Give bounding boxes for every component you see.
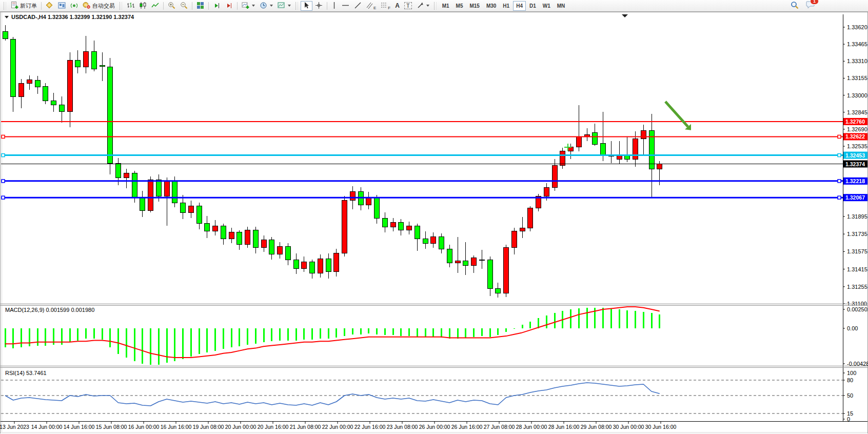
- metaeditor-button[interactable]: [44, 1, 55, 11]
- crosshair-tool-button[interactable]: [313, 1, 325, 11]
- text-tool-button[interactable]: A: [393, 1, 402, 11]
- candlestick-chart-button[interactable]: [137, 1, 149, 11]
- text-tool-icon: A: [395, 2, 400, 9]
- timeframe-w1-button[interactable]: W1: [540, 1, 554, 11]
- line-handle[interactable]: [2, 154, 5, 157]
- line-handle[interactable]: [838, 180, 841, 183]
- line-handle[interactable]: [838, 135, 841, 138]
- timeframe-mn-button[interactable]: MN: [554, 1, 568, 11]
- macd-histogram-bar: [37, 328, 38, 346]
- macd-histogram-bar: [425, 328, 426, 337]
- zoom-out-icon: [180, 2, 188, 10]
- timeframe-m5-button[interactable]: M5: [453, 1, 466, 11]
- zoom-in-icon: [168, 2, 175, 10]
- rsi-axis-label: 50: [847, 392, 853, 399]
- zoom-out-button[interactable]: [178, 1, 190, 11]
- date-tick-label: 14 Jun 16:00: [64, 424, 95, 430]
- candle-body: [374, 198, 380, 219]
- main-toolbar: 新订单 自动交易: [0, 0, 868, 12]
- timeframe-m1-button[interactable]: M1: [439, 1, 452, 11]
- line-handle[interactable]: [838, 196, 841, 199]
- dropdown-arrow-icon: [288, 5, 291, 7]
- line-handle[interactable]: [838, 154, 841, 157]
- chart-shift-icon: [225, 2, 233, 10]
- equidistant-channel-icon: [366, 2, 373, 10]
- macd-label: MACD(12,26,9) 0.001599 0.001980: [5, 307, 94, 313]
- timeframe-h1-button[interactable]: H1: [500, 1, 512, 11]
- candle-body: [520, 228, 525, 231]
- new-order-button[interactable]: 新订单: [9, 1, 39, 11]
- tile-windows-button[interactable]: [194, 1, 206, 11]
- data-window-button[interactable]: [56, 1, 68, 11]
- bar-chart-button[interactable]: [125, 1, 136, 11]
- vertical-line-tool-button[interactable]: [329, 1, 339, 11]
- line-chart-button[interactable]: [149, 1, 161, 11]
- templates-button[interactable]: [275, 1, 293, 11]
- macd-axis-label: 0.00: [847, 325, 858, 331]
- periods-button[interactable]: [258, 1, 275, 11]
- chart-shift-button[interactable]: [223, 1, 235, 11]
- candle-body: [641, 130, 646, 139]
- zoom-in-button[interactable]: [166, 1, 177, 11]
- news-sound-button[interactable]: [68, 1, 80, 11]
- trendline-tool-button[interactable]: [352, 1, 364, 11]
- macd-histogram-bar: [651, 313, 653, 328]
- candle-body: [148, 180, 153, 210]
- candle-body: [601, 144, 606, 156]
- macd-histogram-bar: [255, 328, 257, 344]
- label-tool-icon: T: [404, 2, 412, 9]
- candle-body: [278, 247, 283, 254]
- timeframe-m30-button[interactable]: M30: [483, 1, 499, 11]
- macd-histogram-bar: [271, 328, 272, 341]
- cursor-tool-button[interactable]: [301, 1, 312, 11]
- macd-histogram-bar: [626, 310, 628, 328]
- label-tool-button[interactable]: T: [402, 1, 414, 11]
- macd-histogram-bar: [5, 328, 6, 347]
- toolbar-grip[interactable]: [120, 2, 122, 10]
- date-tick-label: 16 Jun 16:00: [161, 424, 192, 430]
- macd-histogram-bar: [85, 328, 87, 339]
- chart-title: USDCAD-,H4 1.32336 1.32399 1.32190 1.323…: [5, 14, 134, 20]
- date-tick-label: 20 Jun 00:00: [225, 424, 257, 430]
- candle-body: [415, 226, 420, 239]
- macd-histogram-bar: [12, 328, 14, 348]
- toolbar-separator: [41, 2, 42, 10]
- macd-histogram-bar: [77, 328, 78, 341]
- macd-histogram-bar: [384, 328, 386, 335]
- search-button[interactable]: [788, 1, 801, 11]
- arrows-tool-icon: [417, 2, 424, 10]
- price-tick-label: 1.33465: [847, 41, 867, 47]
- timeframe-m15-button[interactable]: M15: [466, 1, 482, 11]
- toolbar-grip[interactable]: [295, 2, 298, 10]
- line-handle[interactable]: [2, 196, 5, 199]
- candle-body: [382, 218, 387, 227]
- timeframe-d1-button[interactable]: D1: [526, 1, 539, 11]
- candlestick-chart-icon: [139, 2, 147, 10]
- arrows-tool-button[interactable]: [415, 1, 431, 11]
- macd-histogram-bar: [150, 328, 151, 365]
- fibonacci-tool-button[interactable]: F: [379, 1, 392, 11]
- candle-body: [108, 67, 113, 163]
- channel-tool-button[interactable]: E: [364, 1, 378, 11]
- autotrading-icon: [83, 2, 91, 10]
- auto-scroll-button[interactable]: [211, 1, 223, 11]
- chart-area[interactable]: USDCAD-,H4 1.32336 1.32399 1.32190 1.323…: [0, 12, 868, 434]
- line-handle[interactable]: [2, 135, 5, 138]
- line-handle[interactable]: [2, 180, 5, 183]
- macd-histogram-bar: [352, 328, 353, 334]
- chat-button[interactable]: 1: [806, 1, 815, 11]
- horizontal-line-tool-button[interactable]: [340, 1, 351, 11]
- indicators-button[interactable]: [240, 1, 257, 11]
- timeframe-h4-button[interactable]: H4: [513, 1, 526, 11]
- macd-histogram-bar: [376, 328, 378, 334]
- macd-histogram-bar: [554, 313, 556, 328]
- macd-histogram-bar: [465, 328, 466, 338]
- candle-body: [293, 260, 299, 268]
- new-order-label: 新订单: [20, 2, 37, 10]
- toolbar-grip[interactable]: [434, 2, 437, 10]
- toolbar-grip[interactable]: [4, 2, 6, 10]
- macd-histogram-bar: [247, 328, 248, 345]
- autotrading-button[interactable]: 自动交易: [81, 1, 117, 11]
- metaeditor-icon: [46, 2, 53, 10]
- date-tick-label: 21 Jun 08:00: [290, 424, 321, 430]
